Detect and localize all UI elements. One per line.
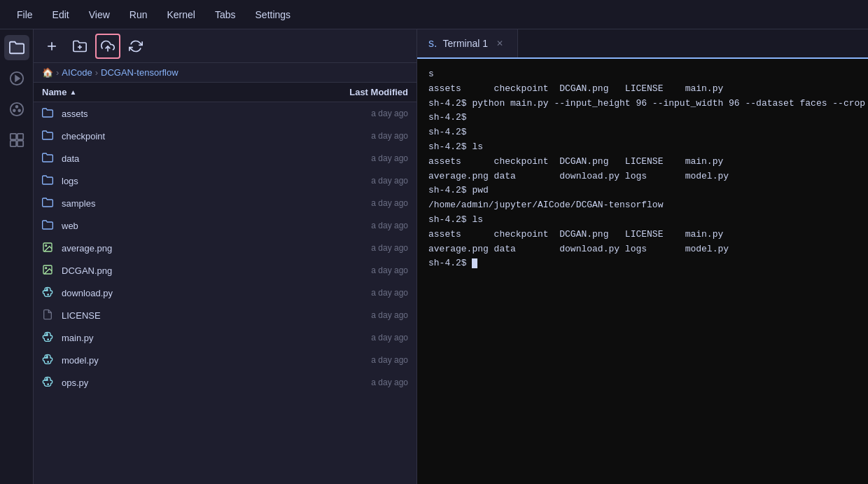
folder-icon (42, 152, 56, 165)
terminal-line: assets checkpoint DCGAN.png LICENSE main… (428, 83, 723, 94)
list-item[interactable]: checkpoint a day ago (34, 125, 416, 147)
new-folder-button[interactable] (67, 34, 92, 59)
menu-settings[interactable]: Settings (247, 6, 300, 23)
terminal-line: sh-4.2$ (428, 127, 467, 137)
list-item[interactable]: logs a day ago (34, 170, 416, 192)
list-item[interactable]: assets a day ago (34, 102, 416, 125)
sidebar-item-files[interactable] (4, 35, 29, 60)
file-name: data (62, 153, 324, 164)
svg-point-16 (46, 244, 47, 246)
file-modified: a day ago (324, 378, 408, 387)
list-item[interactable]: LICENSE a day ago (34, 304, 416, 326)
file-name: ops.py (62, 378, 324, 388)
svg-rect-6 (10, 134, 15, 139)
breadcrumb-aicode[interactable]: AICode (62, 67, 92, 78)
terminal-content[interactable]: s assets checkpoint DCGAN.png LICENSE ma… (417, 59, 868, 484)
folder-icon (42, 197, 56, 210)
python-icon (42, 376, 56, 389)
menu-file[interactable]: File (8, 6, 41, 23)
file-toolbar (34, 29, 416, 63)
folder-icon (42, 107, 56, 120)
image-icon (42, 242, 56, 255)
breadcrumb-home[interactable]: 🏠 (42, 67, 53, 78)
terminal-line: average.png data download.py logs model.… (428, 244, 729, 254)
python-icon (42, 331, 56, 345)
terminal-line: sh-4.2$ python main.py --input_height 96… (428, 98, 868, 109)
sidebar-item-palette[interactable] (4, 97, 29, 122)
list-item[interactable]: DCGAN.png a day ago (34, 259, 416, 282)
sidebar-item-run[interactable] (4, 66, 29, 91)
menu-tabs[interactable]: Tabs (206, 6, 244, 23)
file-modified: a day ago (324, 265, 408, 275)
terminal-line: sh-4.2$ (428, 112, 467, 123)
main-layout: 🏠 › AICode › DCGAN-tensorflow Name ▲ Las… (0, 29, 868, 484)
file-modified: a day ago (324, 153, 408, 163)
svg-marker-1 (15, 76, 20, 81)
folder-icon (42, 174, 56, 188)
terminal-line: sh-4.2$ ls (428, 214, 483, 225)
menu-edit[interactable]: Edit (44, 6, 78, 23)
file-name: DCGAN.png (62, 265, 324, 276)
terminal-line: assets checkpoint DCGAN.png LICENSE main… (428, 229, 723, 240)
terminal-tabs: s. Terminal 1 ✕ (417, 29, 868, 59)
terminal-panel: s. Terminal 1 ✕ s assets checkpoint DCGA… (417, 29, 868, 484)
menubar: File Edit View Run Kernel Tabs Settings (0, 0, 868, 29)
file-modified: a day ago (324, 310, 408, 320)
terminal-line: average.png data download.py logs model.… (428, 171, 729, 181)
file-modified: a day ago (324, 176, 408, 186)
list-item[interactable]: web a day ago (34, 214, 416, 237)
name-column-header[interactable]: Name ▲ (42, 87, 324, 97)
image-icon (42, 264, 56, 277)
list-item[interactable]: main.py a day ago (34, 326, 416, 349)
terminal-icon: s. (428, 37, 437, 50)
python-icon (42, 354, 56, 367)
file-list-header: Name ▲ Last Modified (34, 83, 416, 102)
breadcrumb-dcgan[interactable]: DCGAN-tensorflow (101, 67, 178, 78)
list-item[interactable]: average.png a day ago (34, 237, 416, 259)
file-modified: a day ago (324, 109, 408, 118)
file-name: model.py (62, 355, 324, 366)
list-item[interactable]: model.py a day ago (34, 349, 416, 371)
file-modified: a day ago (324, 288, 408, 298)
file-name: download.py (62, 288, 324, 298)
file-modified: a day ago (324, 243, 408, 253)
refresh-button[interactable] (123, 34, 148, 59)
svg-rect-8 (10, 141, 15, 146)
list-item[interactable]: samples a day ago (34, 192, 416, 214)
terminal-line: sh-4.2$ pwd (428, 185, 489, 195)
terminal-line: sh-4.2$ ls (428, 141, 483, 152)
file-modified: a day ago (324, 333, 408, 343)
sort-arrow-icon: ▲ (69, 88, 76, 96)
menu-kernel[interactable]: Kernel (158, 6, 203, 23)
terminal-tab-label: Terminal 1 (442, 38, 488, 49)
menu-run[interactable]: Run (121, 6, 156, 23)
file-icon (42, 309, 56, 322)
file-modified: a day ago (324, 131, 408, 141)
modified-column-header[interactable]: Last Modified (324, 87, 408, 97)
terminal-line: s (428, 69, 434, 79)
menu-view[interactable]: View (80, 6, 118, 23)
folder-icon (42, 130, 56, 143)
list-item[interactable]: download.py a day ago (34, 282, 416, 304)
terminal-tab-1[interactable]: s. Terminal 1 ✕ (417, 29, 518, 57)
upload-button[interactable] (95, 34, 120, 59)
terminal-cursor (472, 258, 477, 268)
svg-point-3 (13, 109, 15, 111)
terminal-line: /home/admin/jupyter/AICode/DCGAN-tensorf… (428, 200, 663, 210)
file-name: average.png (62, 243, 324, 254)
breadcrumb: 🏠 › AICode › DCGAN-tensorflow (34, 63, 416, 83)
file-name: samples (62, 198, 324, 209)
file-name: main.py (62, 333, 324, 343)
file-modified: a day ago (324, 355, 408, 365)
list-item[interactable]: ops.py a day ago (34, 371, 416, 394)
file-panel: 🏠 › AICode › DCGAN-tensorflow Name ▲ Las… (34, 29, 417, 484)
svg-point-4 (15, 106, 18, 108)
python-icon (42, 286, 56, 300)
file-list: assets a day ago checkpoint a day ago da… (34, 102, 416, 484)
svg-rect-9 (17, 141, 22, 146)
new-file-button[interactable] (39, 34, 64, 59)
terminal-close-button[interactable]: ✕ (493, 37, 506, 50)
sidebar-item-extensions[interactable] (4, 127, 29, 153)
icon-sidebar (0, 29, 34, 484)
list-item[interactable]: data a day ago (34, 147, 416, 170)
